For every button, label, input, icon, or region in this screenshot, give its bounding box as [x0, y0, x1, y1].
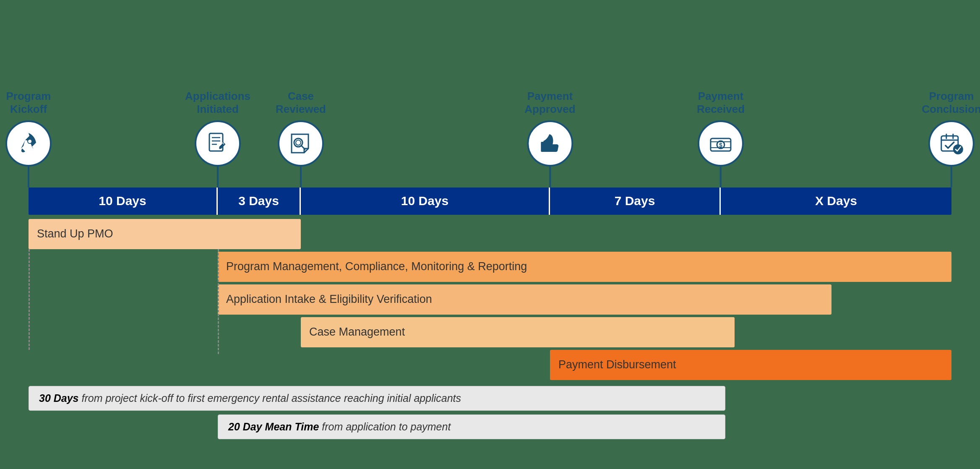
gantt-row-pmo: Stand Up PMO — [29, 219, 301, 249]
milestone-payment-received: PaymentReceived $ — [697, 90, 745, 187]
gantt-label-pmo: Stand Up PMO — [37, 227, 113, 240]
milestone-conclusion: ProgramConclusion — [922, 90, 980, 187]
svg-line-8 — [301, 146, 305, 149]
milestone-kickoff-icon — [5, 120, 52, 167]
milestone-payment-received-stem — [720, 167, 722, 188]
gantt-label-case: Case Management — [309, 326, 405, 339]
svg-point-0 — [28, 139, 32, 143]
milestone-kickoff: ProgramKickoff — [5, 90, 52, 187]
gantt-label-mgmt: Program Management, Compliance, Monitori… — [226, 260, 527, 273]
case-review-icon — [288, 131, 313, 156]
gantt-row-payment: Payment Disbursement — [550, 350, 951, 380]
rocket-icon — [16, 131, 41, 156]
diagram-container: ProgramKickoff ApplicationsInitiated — [29, 78, 951, 391]
gantt-row-mgmt: Program Management, Compliance, Monitori… — [218, 252, 951, 282]
milestone-case-icon — [278, 120, 324, 167]
milestone-payment-approved-stem — [549, 167, 551, 188]
segment-10days-1: 10 Days — [29, 188, 218, 215]
milestone-kickoff-stem — [28, 167, 29, 188]
svg-rect-9 — [541, 142, 544, 152]
segment-7days: 7 Days — [550, 188, 721, 215]
gantt-row-intake: Application Intake & Eligibility Verific… — [218, 284, 831, 315]
gantt-label-payment: Payment Disbursement — [558, 358, 676, 371]
milestone-conclusion-icon — [928, 120, 975, 167]
milestone-case-stem — [300, 167, 302, 188]
note-30days-bold: 30 Days — [39, 392, 79, 404]
gantt-row-case: Case Management — [301, 317, 735, 347]
dotted-line-apps — [218, 249, 219, 354]
milestone-kickoff-label: ProgramKickoff — [6, 90, 51, 116]
svg-point-7 — [296, 140, 301, 145]
milestone-payment-received-label: PaymentReceived — [697, 90, 745, 116]
segment-3days: 3 Days — [218, 188, 301, 215]
dotted-line-start — [29, 249, 30, 350]
milestone-apps-icon — [195, 120, 241, 167]
milestone-apps: ApplicationsInitiated — [185, 90, 250, 187]
note-20days-text: from application to payment — [319, 421, 451, 433]
note-20days-bold: 20 Day Mean Time — [228, 421, 319, 433]
milestone-payment-approved-label: PaymentApproved — [524, 90, 575, 116]
milestone-apps-label: ApplicationsInitiated — [185, 90, 250, 116]
note-30days-text: from project kick-off to first emergency… — [79, 392, 461, 404]
milestone-payment-received-icon: $ — [698, 120, 744, 167]
segment-xdays: X Days — [721, 188, 951, 215]
milestone-conclusion-stem — [951, 167, 952, 188]
milestone-conclusion-label: ProgramConclusion — [922, 90, 980, 116]
milestone-payment-approved: PaymentApproved — [524, 90, 575, 187]
calendar-icon — [939, 131, 964, 156]
milestones-row: ProgramKickoff ApplicationsInitiated — [29, 87, 951, 188]
money-icon: $ — [708, 131, 733, 156]
note-20days: 20 Day Mean Time from application to pay… — [218, 414, 725, 439]
gantt-label-intake: Application Intake & Eligibility Verific… — [226, 293, 432, 306]
timeline-bar: 10 Days 3 Days 10 Days 7 Days X Days — [29, 188, 951, 215]
thumbsup-icon — [537, 131, 563, 156]
gantt-area: Stand Up PMO Program Management, Complia… — [29, 215, 951, 391]
segment-10days-2: 10 Days — [301, 188, 550, 215]
milestone-case-label: CaseReviewed — [276, 90, 326, 116]
milestone-payment-approved-icon — [527, 120, 573, 167]
milestone-case: CaseReviewed — [276, 90, 326, 187]
note-30days: 30 Days from project kick-off to first e… — [29, 386, 725, 411]
applications-icon — [205, 131, 230, 156]
milestone-apps-stem — [217, 167, 219, 188]
